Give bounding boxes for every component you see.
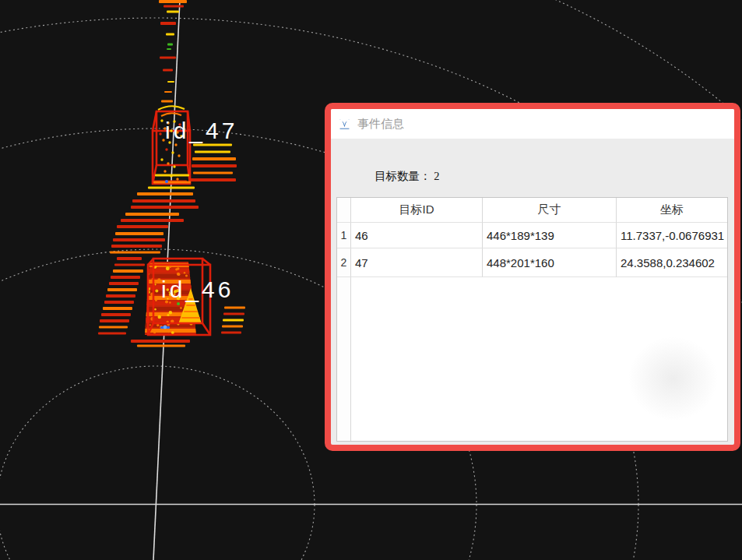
column-header-coord[interactable]: 坐标: [617, 198, 727, 223]
row-number: 2: [337, 248, 351, 277]
cell-coord[interactable]: 24.3588,0.234602: [617, 248, 727, 277]
watermark-blob: [628, 336, 718, 421]
empty-area: [351, 277, 483, 441]
target-count-value: 2: [434, 170, 439, 182]
target-count-label: 目标数量：: [375, 170, 431, 182]
target-label-id46: id_46: [161, 276, 234, 302]
app-window: id_47 id_46 事件信息 目标数量： 2 时间： 4023.770 目标…: [0, 0, 742, 560]
column-header-size[interactable]: 尺寸: [483, 198, 617, 223]
empty-area: [483, 277, 617, 441]
row-number-header: [337, 198, 351, 223]
dialog-title: 事件信息: [357, 117, 404, 132]
target-table: 目标ID 尺寸 坐标 1 46 446*189*139 11.7337,-0.0…: [336, 197, 728, 442]
benewake-bird-logo: [338, 117, 351, 132]
row-number-gutter: [337, 277, 351, 441]
cell-size[interactable]: 448*201*160: [483, 248, 617, 277]
cell-coord[interactable]: 11.7337,-0.0676931: [617, 223, 727, 248]
event-info-dialog: 事件信息 目标数量： 2 时间： 4023.770 目标ID 尺寸 坐标 1 4…: [325, 103, 740, 451]
target-label-id47: id_47: [165, 118, 237, 143]
cell-target-id[interactable]: 47: [351, 248, 483, 277]
cell-size[interactable]: 446*189*139: [483, 223, 617, 248]
row-number: 1: [337, 223, 351, 248]
cell-target-id[interactable]: 46: [351, 223, 483, 248]
dialog-titlebar[interactable]: 事件信息: [331, 109, 734, 139]
column-header-target-id[interactable]: 目标ID: [351, 198, 483, 223]
